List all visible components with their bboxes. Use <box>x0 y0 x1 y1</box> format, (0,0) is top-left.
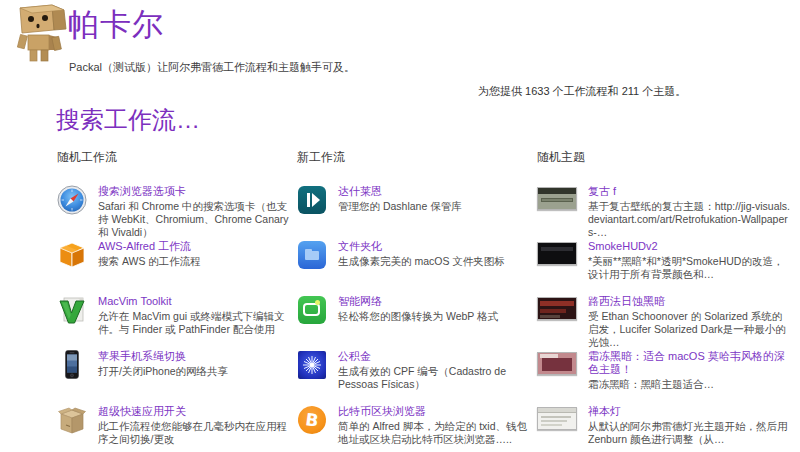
search-workflows-heading[interactable]: 搜索工作流… <box>56 104 200 136</box>
workflow-title-link[interactable]: 公积金 <box>338 350 537 363</box>
workflow-item: AWS-Alfred 工作流 搜索 AWS 的工作流程 <box>57 240 297 295</box>
theme-thumbnail-lucifer[interactable] <box>537 297 577 320</box>
theme-thumbnail-frost[interactable] <box>537 352 577 375</box>
stats-text: 为您提供 1633 个工作流程和 211 个主题。 <box>478 84 686 99</box>
theme-item: 霜冻黑暗：适合 macOS 莫哈韦风格的深色主题！ 霜冻黑暗：黑暗主题适合… <box>537 350 790 405</box>
workflow-item: 达什莱恩 管理您的 Dashlane 保管库 <box>297 185 537 240</box>
theme-thumbnail-retro[interactable] <box>537 187 577 210</box>
column-header: 新工作流 <box>297 149 537 166</box>
theme-item: SmokeHUDv2 *美丽**黑暗*和*透明*SmokeHUD的改造，设计用于… <box>537 240 790 295</box>
theme-title-link[interactable]: 霜冻黑暗：适合 macOS 莫哈韦风格的深色主题！ <box>588 350 790 376</box>
cardboard-box-icon[interactable] <box>57 405 89 439</box>
blue-folder-icon[interactable] <box>297 240 329 269</box>
workflow-item: MacVim Toolkit 允许在 MacVim gui 或终端模式下编辑文件… <box>57 295 297 350</box>
cpf-starburst-icon[interactable] <box>297 350 329 379</box>
workflow-title-link[interactable]: 超级快速应用开关 <box>98 405 297 418</box>
theme-item: 路西法日蚀黑暗 受 Ethan Schoonover 的 Solarized 系… <box>537 295 790 350</box>
content-columns: 随机工作流 <box>57 149 790 452</box>
workflow-item: 文件夹化 生成像素完美的 macOS 文件夹图标 <box>297 240 537 295</box>
workflow-description: 简单的 Alfred 脚本，为给定的 txid、钱包地址或区块启动比特币区块浏览… <box>338 420 537 446</box>
workflow-title-link[interactable]: 搜索浏览器选项卡 <box>98 185 297 198</box>
dashlane-icon[interactable] <box>297 185 329 214</box>
workflow-description: 允许在 MacVim gui 或终端模式下编辑文件。与 Finder 或 Pat… <box>98 310 297 336</box>
column-header: 随机主题 <box>537 149 790 166</box>
theme-description: 受 Ethan Schoonover 的 Solarized 系统的启发，Luc… <box>588 310 790 349</box>
aws-cube-icon[interactable] <box>57 240 89 274</box>
theme-title-link[interactable]: 复古 f <box>588 185 790 198</box>
column-new-workflows: 新工作流 达什莱恩 管理您的 Dashlane 保管库 文件夹化 生成像素完美的… <box>297 149 537 452</box>
safari-compass-icon[interactable] <box>57 185 89 219</box>
workflow-item: B 比特币区块浏览器 简单的 Alfred 脚本，为给定的 txid、钱包地址或… <box>297 405 537 452</box>
theme-item: 复古 f 基于复古壁纸的复古主题：http://jig-visuals.devi… <box>537 185 790 240</box>
workflow-item: 苹果手机系绳切换 打开/关闭iPhone的网络共享 <box>57 350 297 405</box>
bitcoin-icon[interactable]: B <box>297 405 329 434</box>
iphone-icon[interactable] <box>57 350 89 384</box>
workflow-description: 搜索 AWS 的工作流程 <box>98 255 297 268</box>
theme-description: 霜冻黑暗：黑暗主题适合… <box>588 378 790 391</box>
column-random-themes: 随机主题 复古 f 基于复古壁纸的复古主题：http://jig-visuals… <box>537 149 790 452</box>
workflow-title-link[interactable]: AWS-Alfred 工作流 <box>98 240 297 253</box>
theme-title-link[interactable]: SmokeHUDv2 <box>588 240 790 253</box>
workflow-description: 管理您的 Dashlane 保管库 <box>338 200 537 213</box>
theme-description: 从默认的阿尔弗雷德灯光主题开始，然后用 Zenburn 颜色进行调整（从… <box>588 420 790 446</box>
site-title: 帕卡尔 <box>68 4 164 46</box>
workflow-description: 生成有效的 CPF 编号（Cadastro de Pessoas Físicas… <box>338 365 537 391</box>
webp-image-icon[interactable] <box>297 295 329 324</box>
site-subtitle: Packal（测试版）让阿尔弗雷德工作流程和主题触手可及。 <box>69 60 355 75</box>
theme-item: 禅本灯 从默认的阿尔弗雷德灯光主题开始，然后用 Zenburn 颜色进行调整（从… <box>537 405 790 452</box>
workflow-title-link[interactable]: 达什莱恩 <box>338 185 537 198</box>
theme-thumbnail-zenburn[interactable] <box>537 407 577 430</box>
workflow-description: 轻松将您的图像转换为 WebP 格式 <box>338 310 537 323</box>
column-header: 随机工作流 <box>57 149 297 166</box>
workflow-description: 生成像素完美的 macOS 文件夹图标 <box>338 255 537 268</box>
theme-thumbnail-smokehud[interactable] <box>537 242 577 265</box>
workflow-title-link[interactable]: 苹果手机系绳切换 <box>98 350 297 363</box>
workflow-item: 搜索浏览器选项卡 Safari 和 Chrome 中的搜索选项卡（也支持 Web… <box>57 185 297 240</box>
workflow-item: 超级快速应用开关 此工作流程使您能够在几毫秒内在应用程序之间切换/更改 <box>57 405 297 452</box>
workflow-title-link[interactable]: 智能网络 <box>338 295 537 308</box>
workflow-description: Safari 和 Chrome 中的搜索选项卡（也支持 WebKit、Chrom… <box>98 200 297 239</box>
theme-title-link[interactable]: 禅本灯 <box>588 405 790 418</box>
theme-description: *美丽**黑暗*和*透明*SmokeHUD的改造，设计用于所有背景颜色和… <box>588 255 790 281</box>
column-random-workflows: 随机工作流 <box>57 149 297 452</box>
macvim-icon[interactable] <box>57 295 89 329</box>
workflow-description: 此工作流程使您能够在几毫秒内在应用程序之间切换/更改 <box>98 420 297 446</box>
workflow-title-link[interactable]: MacVim Toolkit <box>98 295 297 308</box>
workflow-title-link[interactable]: 文件夹化 <box>338 240 537 253</box>
workflow-item: 智能网络 轻松将您的图像转换为 WebP 格式 <box>297 295 537 350</box>
workflow-description: 打开/关闭iPhone的网络共享 <box>98 365 297 378</box>
workflow-title-link[interactable]: 比特币区块浏览器 <box>338 405 537 418</box>
theme-title-link[interactable]: 路西法日蚀黑暗 <box>588 295 790 308</box>
workflow-item: 公积金 生成有效的 CPF 编号（Cadastro de Pessoas Fís… <box>297 350 537 405</box>
theme-description: 基于复古壁纸的复古主题：http://jig-visuals.deviantar… <box>588 200 790 239</box>
